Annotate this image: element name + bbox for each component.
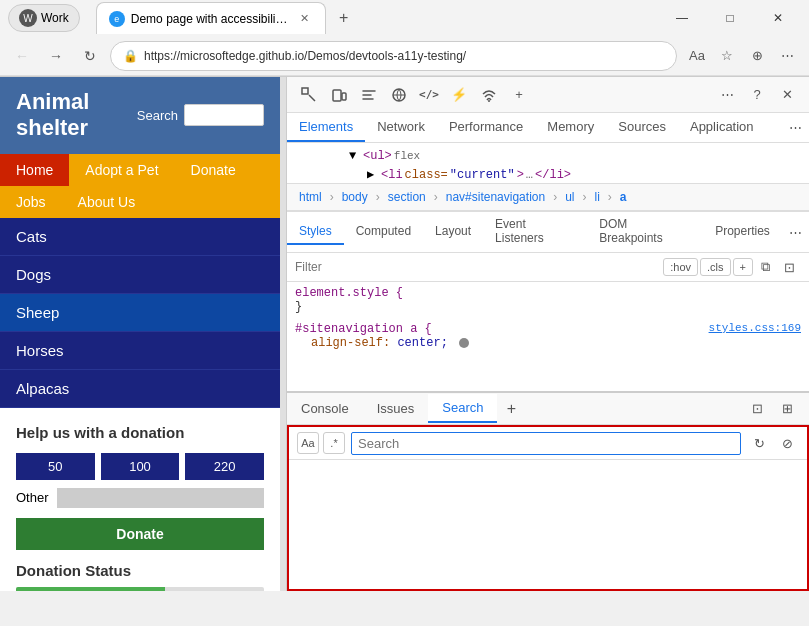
donate-button[interactable]: Donate [16, 518, 264, 550]
styles-more-button[interactable]: ⋯ [782, 218, 809, 246]
styles-panel: Styles Computed Layout Event Listeners D… [287, 211, 809, 391]
hov-button[interactable]: :hov [663, 258, 698, 276]
nav-item-jobs[interactable]: Jobs [0, 186, 62, 218]
new-tab-button[interactable]: + [330, 4, 358, 32]
code-icon[interactable]: </> [415, 81, 443, 109]
styles-tab-dom-breakpoints[interactable]: DOM Breakpoints [587, 212, 703, 252]
wifi-icon[interactable] [475, 81, 503, 109]
performance-icon[interactable]: ⚡ [445, 81, 473, 109]
copy-button[interactable]: ⧉ [755, 257, 776, 277]
styles-tab-styles[interactable]: Styles [287, 219, 344, 245]
sidebar-link-alpacas[interactable]: Alpacas [0, 370, 280, 408]
nav-item-adopt[interactable]: Adopt a Pet [69, 154, 174, 186]
tab-performance[interactable]: Performance [437, 113, 535, 142]
attr-name: class= [405, 168, 448, 182]
forward-button[interactable]: → [42, 42, 70, 70]
more-button[interactable]: ⋯ [773, 42, 801, 70]
cls-button[interactable]: .cls [700, 258, 731, 276]
donation-220-button[interactable]: 220 [185, 453, 264, 480]
tab-issues[interactable]: Issues [363, 395, 429, 422]
browser-chrome: W Work e Demo page with accessibility is… [0, 0, 809, 77]
breadcrumb-body[interactable]: body [338, 188, 372, 206]
add-tab-button[interactable]: + [497, 395, 525, 423]
attr-value: "current" [450, 168, 515, 182]
search-input[interactable] [358, 436, 734, 451]
tab-application[interactable]: Application [678, 113, 766, 142]
device-emulation-button[interactable] [325, 81, 353, 109]
profile-button[interactable]: W Work [8, 4, 80, 32]
close-button[interactable]: ✕ [755, 2, 801, 34]
site-sidebar: Cats Dogs Sheep Horses Alpacas [0, 218, 280, 408]
flex-label: flex [394, 150, 420, 162]
donation-title: Help us with a donation [16, 424, 264, 441]
search-regex-button[interactable]: .* [323, 432, 345, 454]
tab-search[interactable]: Search [428, 394, 497, 423]
main-area: Animal shelter Search Home Adopt a Pet D… [0, 77, 809, 591]
tab-console[interactable]: Console [287, 395, 363, 422]
breadcrumb: html › body › section › nav#sitenavigati… [287, 183, 809, 211]
read-aloud-button[interactable]: Aa [683, 42, 711, 70]
tab-favicon: e [109, 11, 125, 27]
add-style-button[interactable]: + [733, 258, 753, 276]
minimize-button[interactable]: — [659, 2, 705, 34]
sidebar-link-cats[interactable]: Cats [0, 218, 280, 256]
site-nav: Home Adopt a Pet Donate Jobs About Us [0, 154, 280, 218]
search-clear-button[interactable]: ⊘ [775, 431, 799, 455]
triangle-icon[interactable]: ▶ [367, 167, 379, 182]
breadcrumb-li[interactable]: li [590, 188, 603, 206]
triangle-icon[interactable]: ▼ [349, 149, 361, 163]
tab-more-button[interactable]: ⋯ [781, 114, 809, 142]
sidebar-link-horses[interactable]: Horses [0, 332, 280, 370]
styles-tab-properties[interactable]: Properties [703, 219, 782, 245]
elements-panel-icon[interactable] [355, 81, 383, 109]
layout-button[interactable]: ⊡ [778, 258, 801, 277]
expand-button[interactable]: ⊞ [773, 395, 801, 423]
tab-elements[interactable]: Elements [287, 113, 365, 142]
donation-50-button[interactable]: 50 [16, 453, 95, 480]
refresh-button[interactable]: ↻ [76, 42, 104, 70]
donation-other: Other [16, 488, 264, 508]
devtools-help-button[interactable]: ? [743, 81, 771, 109]
donation-other-input[interactable] [57, 488, 264, 508]
inspect-element-button[interactable] [295, 81, 323, 109]
breadcrumb-nav[interactable]: nav#sitenavigation [442, 188, 549, 206]
maximize-button[interactable]: □ [707, 2, 753, 34]
html-line[interactable]: ▼ <ul> flex [287, 147, 809, 165]
active-tab[interactable]: e Demo page with accessibility iss ✕ [96, 2, 326, 34]
devtools-close-button[interactable]: ✕ [773, 81, 801, 109]
search-input[interactable] [184, 104, 264, 126]
donation-100-button[interactable]: 100 [101, 453, 180, 480]
styles-tab-event-listeners[interactable]: Event Listeners [483, 212, 587, 252]
tab-close-button[interactable]: ✕ [297, 11, 313, 27]
collections-button[interactable]: ⊕ [743, 42, 771, 70]
nav-item-donate[interactable]: Donate [175, 154, 252, 186]
devtools-more-button[interactable]: ⋯ [713, 81, 741, 109]
breadcrumb-section[interactable]: section [384, 188, 430, 206]
nav-item-home[interactable]: Home [0, 154, 69, 186]
sidebar-link-sheep[interactable]: Sheep [0, 294, 280, 332]
styles-tab-layout[interactable]: Layout [423, 219, 483, 245]
address-bar[interactable]: 🔒 https://microsoftedge.github.io/Demos/… [110, 41, 677, 71]
back-button[interactable]: ← [8, 42, 36, 70]
search-actions: ↻ ⊘ [747, 431, 799, 455]
styles-filter-input[interactable] [295, 260, 659, 274]
network-icon[interactable] [385, 81, 413, 109]
tab-sources[interactable]: Sources [606, 113, 678, 142]
lock-icon: 🔒 [123, 49, 138, 63]
styles-tab-computed[interactable]: Computed [344, 219, 423, 245]
tab-network[interactable]: Network [365, 113, 437, 142]
search-case-sensitive-button[interactable]: Aa [297, 432, 319, 454]
tab-memory[interactable]: Memory [535, 113, 606, 142]
breadcrumb-html[interactable]: html [295, 188, 326, 206]
css-source-link[interactable]: styles.css:169 [709, 322, 801, 334]
nav-bar: ← → ↻ 🔒 https://microsoftedge.github.io/… [0, 36, 809, 76]
breadcrumb-ul[interactable]: ul [561, 188, 578, 206]
search-refresh-button[interactable]: ↻ [747, 431, 771, 455]
sidebar-link-dogs[interactable]: Dogs [0, 256, 280, 294]
breadcrumb-a[interactable]: a [616, 188, 631, 206]
nav-item-about[interactable]: About Us [62, 186, 152, 218]
dock-button[interactable]: ⊡ [743, 395, 771, 423]
html-line[interactable]: ▶ <li class= "current" > … </li> [287, 165, 809, 183]
plus-icon[interactable]: + [505, 81, 533, 109]
favorites-button[interactable]: ☆ [713, 42, 741, 70]
